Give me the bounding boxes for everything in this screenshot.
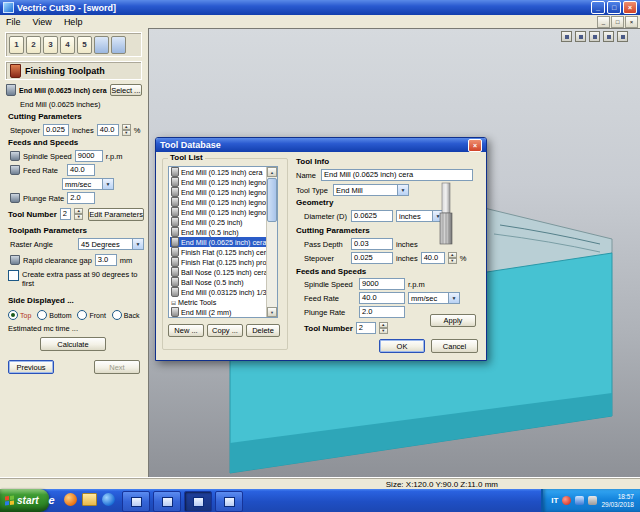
menu-item[interactable]: File: [0, 17, 27, 27]
clearance-input[interactable]: 3.0: [95, 254, 117, 266]
menu-item[interactable]: Help: [58, 17, 89, 27]
dialog-feed-input[interactable]: 40.0: [359, 292, 405, 304]
tool-list-item[interactable]: ⊟ Ball Nose (0.125 inch) cera ACCANNON: [170, 267, 267, 277]
task-button[interactable]: [153, 491, 181, 512]
tool-list-item[interactable]: ⊟ Finish Flat (0.125 inch) prova: [170, 257, 267, 267]
dialog-stepover-input[interactable]: 0.025: [351, 252, 393, 264]
workflow-step-button[interactable]: 2: [26, 36, 41, 54]
view-fit-icon[interactable]: [617, 31, 628, 42]
tray-icon-1[interactable]: [562, 496, 571, 505]
menu-item[interactable]: View: [27, 17, 58, 27]
close-icon[interactable]: ×: [623, 1, 637, 14]
dialog-close-icon[interactable]: ×: [468, 139, 482, 152]
delete-tool-button[interactable]: Delete: [246, 324, 280, 337]
tool-list-item[interactable]: ⊟ End Mill (0.03125 inch) 1/32 cera guer…: [170, 287, 267, 297]
plunge-rate-input[interactable]: 2.0: [67, 192, 95, 204]
view-side-icon[interactable]: [603, 31, 614, 42]
chevron-down-icon[interactable]: ▼: [132, 239, 143, 249]
task-button-active[interactable]: [184, 491, 212, 512]
new-tool-button[interactable]: New ...: [168, 324, 204, 337]
radio-icon[interactable]: [37, 310, 47, 320]
scroll-up-icon[interactable]: ▲: [267, 167, 277, 177]
save-file-button[interactable]: [111, 36, 126, 54]
workflow-step-button[interactable]: 5: [77, 36, 92, 54]
internet-explorer-icon[interactable]: e: [44, 492, 59, 507]
workflow-step-button[interactable]: 1: [9, 36, 24, 54]
workflow-step-button[interactable]: 3: [43, 36, 58, 54]
tool-list-item[interactable]: ⊟ End Mill (0.125 inch) legno finitura l…: [170, 207, 267, 217]
task-button[interactable]: [215, 491, 243, 512]
view-iso-icon[interactable]: [561, 31, 572, 42]
tool-number-stepper[interactable]: ▲▼: [74, 208, 83, 220]
feed-rate-input[interactable]: 40.0: [67, 164, 95, 176]
spindle-speed-input[interactable]: 9000: [75, 150, 103, 162]
tool-list-item[interactable]: ⊟ End Mill (0.0625 inch) cera: [170, 237, 267, 247]
firefox-icon[interactable]: [63, 492, 78, 507]
tray-clock[interactable]: 18:57 29/03/2018: [601, 493, 634, 508]
tool-number-input[interactable]: 2: [60, 208, 71, 220]
apply-button[interactable]: Apply: [430, 314, 476, 327]
next-button[interactable]: Next: [94, 360, 140, 374]
tool-list-item[interactable]: ⊟ End Mill (0.125 inch) legno agross len…: [170, 187, 267, 197]
raster-angle-dropdown[interactable]: 45 Degrees▼: [78, 238, 144, 250]
tool-list-item[interactable]: ⊟ End Mill (0.125 inch) legno finitura: [170, 197, 267, 207]
pass-depth-input[interactable]: 0.03: [351, 238, 393, 250]
tray-icon-3[interactable]: [588, 496, 597, 505]
maximize-icon[interactable]: □: [607, 1, 621, 14]
side-option[interactable]: Front: [77, 310, 105, 320]
dialog-stepover-stepper[interactable]: ▲▼: [448, 252, 457, 264]
ok-button[interactable]: OK: [379, 339, 425, 353]
side-option[interactable]: Back: [112, 310, 140, 320]
tool-type-dropdown[interactable]: End Mill▼: [333, 184, 409, 196]
view-front-icon[interactable]: [589, 31, 600, 42]
tool-list-item[interactable]: ⊟ End Mill (0.125 inch) legno agrossatur…: [170, 177, 267, 187]
cancel-button[interactable]: Cancel: [431, 339, 478, 353]
tool-list-scrollbar[interactable]: ▲ ▼: [266, 167, 277, 317]
tray-icon-2[interactable]: [575, 496, 584, 505]
edit-parameters-button[interactable]: Edit Parameters: [88, 208, 144, 221]
radio-icon[interactable]: [77, 310, 87, 320]
tool-list-item[interactable]: ⊟ Finish Flat (0.125 inch) cera (quella …: [170, 247, 267, 257]
dialog-feed-unit-dropdown[interactable]: mm/sec▼: [408, 292, 460, 304]
scroll-down-icon[interactable]: ▼: [267, 307, 277, 317]
copy-tool-button[interactable]: Copy ...: [207, 324, 243, 337]
tool-list-item[interactable]: ⊟ End Mill (0.5 inch): [170, 227, 267, 237]
tool-list-item[interactable]: ⊟ Ball Nose (0.5 inch): [170, 277, 267, 287]
previous-button[interactable]: Previous: [8, 360, 54, 374]
calculate-button[interactable]: Calculate: [40, 337, 106, 351]
child-close-icon[interactable]: ×: [625, 16, 638, 28]
chevron-down-icon[interactable]: ▼: [102, 179, 113, 189]
media-player-icon[interactable]: [101, 492, 116, 507]
view-top-icon[interactable]: [575, 31, 586, 42]
dialog-spindle-input[interactable]: 9000: [359, 278, 405, 290]
tree-collapse-icon[interactable]: ⊟: [171, 299, 176, 306]
tool-list-item[interactable]: ⊟ End Mill (0.25 inch): [170, 217, 267, 227]
dialog-stepover-percent-input[interactable]: 40.0: [421, 252, 445, 264]
open-file-button[interactable]: [94, 36, 109, 54]
dialog-title-bar[interactable]: Tool Database ×: [156, 138, 486, 152]
chevron-down-icon[interactable]: ▼: [397, 185, 408, 195]
folder-icon[interactable]: [82, 492, 97, 507]
task-button[interactable]: [122, 491, 150, 512]
chevron-down-icon[interactable]: ▼: [448, 293, 459, 303]
minimize-icon[interactable]: _: [591, 1, 605, 14]
tool-name-input[interactable]: End Mill (0.0625 inch) cera: [321, 169, 473, 181]
scrollbar-thumb[interactable]: [267, 178, 277, 222]
radio-icon[interactable]: [112, 310, 122, 320]
stepover-input[interactable]: 0.025: [43, 124, 69, 136]
dialog-tool-number-stepper[interactable]: ▲▼: [379, 322, 388, 334]
select-tool-button[interactable]: Select ...: [110, 84, 142, 96]
child-restore-icon[interactable]: □: [611, 16, 624, 28]
dialog-plunge-input[interactable]: 2.0: [359, 306, 405, 318]
child-minimize-icon[interactable]: _: [597, 16, 610, 28]
language-indicator[interactable]: IT: [551, 496, 558, 505]
diameter-input[interactable]: 0.0625: [351, 210, 393, 222]
stepover-percent-stepper[interactable]: ▲▼: [122, 124, 131, 136]
workflow-step-button[interactable]: 4: [60, 36, 75, 54]
feed-unit-dropdown[interactable]: mm/sec▼: [62, 178, 114, 190]
tool-list-item[interactable]: ⊟ Metric Tools: [170, 297, 267, 307]
tool-list-item[interactable]: ⊟ End Mill (2 mm): [170, 307, 267, 317]
extra-pass-checkbox[interactable]: [8, 270, 19, 281]
radio-icon[interactable]: [8, 310, 18, 320]
side-option[interactable]: Bottom: [37, 310, 71, 320]
